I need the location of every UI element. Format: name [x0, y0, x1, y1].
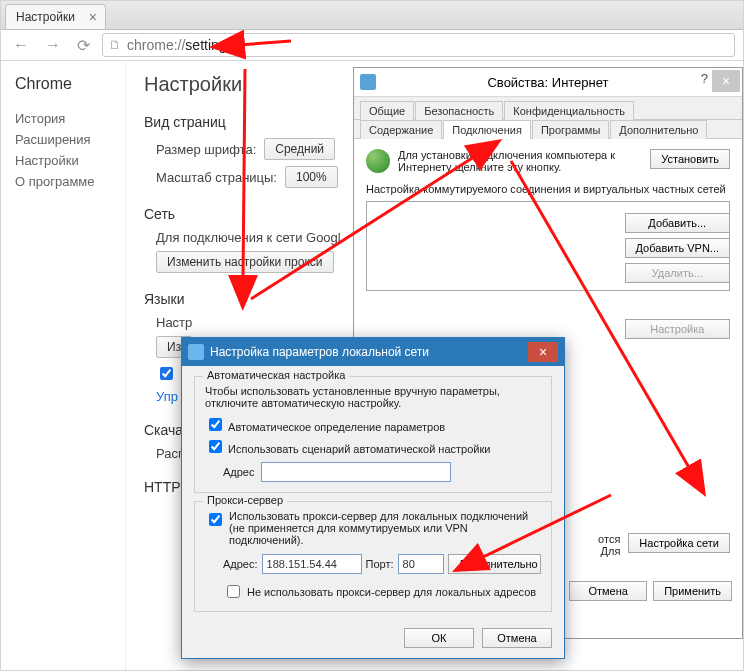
- tab-title: Настройки: [16, 10, 75, 24]
- setup-text: Для установки подключения компьютера к И…: [398, 149, 642, 173]
- add-button[interactable]: Добавить...: [625, 213, 730, 233]
- bypass-local-checkbox[interactable]: [227, 585, 240, 598]
- close-icon[interactable]: ×: [89, 10, 97, 24]
- lan-ok-button[interactable]: ОК: [404, 628, 474, 648]
- use-proxy-label: Использовать прокси-сервер для локальных…: [229, 510, 541, 546]
- lan-titlebar: Настройка параметров локальной сети ×: [182, 338, 564, 366]
- proxy-address-input[interactable]: [262, 554, 362, 574]
- proxy-legend: Прокси-сервер: [203, 494, 287, 506]
- tab-connections[interactable]: Подключения: [443, 120, 531, 139]
- proxy-advanced-button[interactable]: Дополнительно: [448, 554, 541, 574]
- ie-title-text: Свойства: Интернет: [487, 75, 608, 90]
- setup-button[interactable]: Установить: [650, 149, 730, 169]
- ie-cancel-button[interactable]: Отмена: [569, 581, 647, 601]
- dial-settings-button: Настройка: [625, 319, 730, 339]
- change-proxy-button[interactable]: Изменить настройки прокси: [156, 251, 334, 273]
- ie-tabs-row2: Содержание Подключения Программы Дополни…: [354, 120, 742, 139]
- lang-desc: Настр: [156, 315, 192, 330]
- close-icon[interactable]: ×: [528, 342, 558, 362]
- address-bar[interactable]: 🗋 chrome://settings: [102, 33, 735, 57]
- dialup-label: Настройка коммутируемого соединения и ви…: [366, 183, 730, 195]
- browser-tab[interactable]: Настройки ×: [5, 4, 106, 29]
- tab-advanced[interactable]: Дополнительно: [610, 120, 707, 139]
- browser-toolbar: ← → ⟳ 🗋 chrome://settings: [1, 30, 743, 61]
- auto-script-label: Использовать сценарий автоматической нас…: [228, 443, 490, 455]
- sidebar-item-about[interactable]: О программе: [15, 174, 125, 189]
- auto-config-desc: Чтобы использовать установленные вручную…: [205, 385, 541, 409]
- lan-window-icon: [188, 344, 204, 360]
- delete-button: Удалить...: [625, 263, 730, 283]
- tab-general[interactable]: Общие: [360, 101, 414, 120]
- page-icon: 🗋: [109, 38, 121, 52]
- reload-button[interactable]: ⟳: [73, 34, 94, 57]
- lan-cancel-button[interactable]: Отмена: [482, 628, 552, 648]
- network-desc: Для подключения к сети Googl: [156, 230, 341, 245]
- ie-tabs-row1: Общие Безопасность Конфиденциальность: [354, 97, 742, 120]
- auto-script-checkbox[interactable]: [209, 440, 222, 453]
- sidebar-item-history[interactable]: История: [15, 111, 125, 126]
- auto-config-group: Автоматическая настройка Чтобы использов…: [194, 376, 552, 493]
- add-vpn-button[interactable]: Добавить VPN...: [625, 238, 730, 258]
- auto-config-legend: Автоматическая настройка: [203, 369, 349, 381]
- sidebar-item-settings[interactable]: Настройки: [15, 153, 125, 168]
- lan-note-1: отся: [598, 533, 620, 545]
- settings-sidebar: Chrome История Расширения Настройки О пр…: [1, 59, 126, 670]
- lan-settings-button[interactable]: Настройка сети: [628, 533, 730, 553]
- bypass-local-label: Не использовать прокси-сервер для локаль…: [247, 586, 536, 598]
- back-button[interactable]: ←: [9, 34, 33, 56]
- lan-note-2: Для: [598, 545, 620, 557]
- proxy-port-input[interactable]: [398, 554, 444, 574]
- proxy-address-label: Адрес:: [223, 558, 258, 570]
- url-prefix: chrome://: [127, 37, 185, 53]
- lang-manage-link[interactable]: Упр: [156, 389, 178, 404]
- tab-privacy[interactable]: Конфиденциальность: [504, 101, 634, 120]
- forward-button[interactable]: →: [41, 34, 65, 56]
- browser-tab-bar: Настройки ×: [1, 1, 743, 30]
- lan-title-text: Настройка параметров локальной сети: [210, 345, 429, 359]
- help-icon[interactable]: ?: [701, 71, 708, 86]
- font-size-label: Размер шрифта:: [156, 142, 256, 157]
- lan-settings-window: Настройка параметров локальной сети × Ав…: [181, 337, 565, 659]
- font-size-button[interactable]: Средний: [264, 138, 335, 160]
- tab-programs[interactable]: Программы: [532, 120, 609, 139]
- proxy-group: Прокси-сервер Использовать прокси-сервер…: [194, 501, 552, 612]
- close-icon[interactable]: ×: [712, 70, 740, 92]
- script-address-label: Адрес: [223, 466, 255, 478]
- lang-checkbox[interactable]: [160, 367, 173, 380]
- tab-security[interactable]: Безопасность: [415, 101, 503, 120]
- sidebar-item-extensions[interactable]: Расширения: [15, 132, 125, 147]
- brand-title: Chrome: [15, 75, 125, 93]
- proxy-port-label: Порт:: [366, 558, 394, 570]
- ie-window-icon: [360, 74, 376, 90]
- use-proxy-checkbox[interactable]: [209, 513, 222, 526]
- url-path: settings: [185, 37, 233, 53]
- globe-icon: [366, 149, 390, 173]
- script-address-input[interactable]: [261, 462, 451, 482]
- auto-detect-label: Автоматическое определение параметров: [228, 421, 445, 433]
- ie-titlebar: Свойства: Интернет ? ×: [354, 68, 742, 97]
- page-zoom-button[interactable]: 100%: [285, 166, 338, 188]
- tab-content[interactable]: Содержание: [360, 120, 442, 139]
- ie-apply-button[interactable]: Применить: [653, 581, 732, 601]
- page-zoom-label: Масштаб страницы:: [156, 170, 277, 185]
- auto-detect-checkbox[interactable]: [209, 418, 222, 431]
